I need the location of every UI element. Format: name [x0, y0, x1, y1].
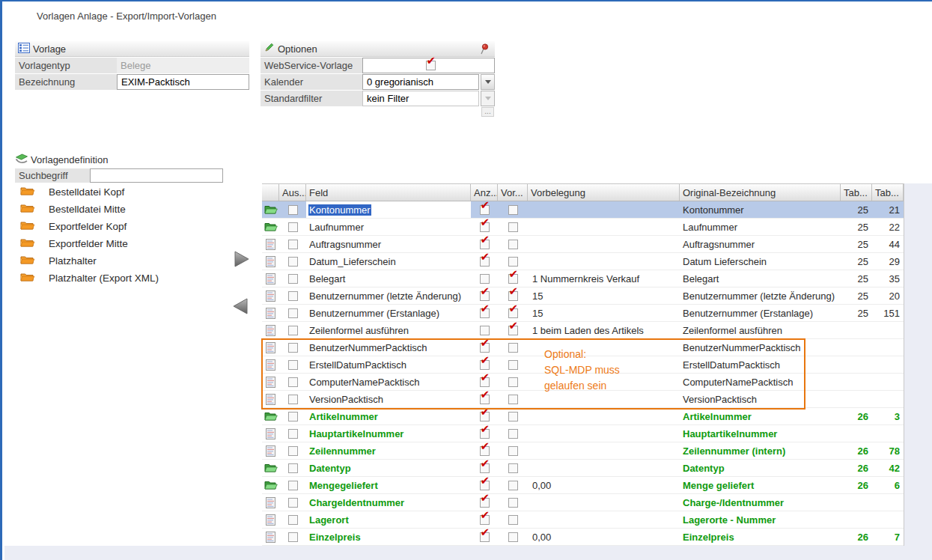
folder-item[interactable]: Bestelldatei Mitte	[15, 201, 223, 218]
folder-item[interactable]: Platzhalter	[15, 252, 223, 270]
table-row[interactable]: Datum_Lieferschein✔Datum Lieferschein252…	[262, 253, 904, 270]
vorbelegung-checkbox[interactable]	[508, 343, 518, 353]
vorbelegung-checkbox[interactable]	[508, 360, 518, 370]
table-row[interactable]: Benutzernummer (Erstanlage)✔✔15Benutzern…	[262, 305, 904, 322]
move-right-button[interactable]	[232, 250, 252, 270]
move-left-button[interactable]	[231, 297, 250, 317]
column-header-feld[interactable]: Feld	[306, 184, 471, 201]
table-row[interactable]: BenutzerNummerPacktisch✔BenutzerNummerPa…	[262, 339, 904, 356]
column-header-tab[interactable]: Tab...	[872, 184, 904, 201]
vorbelegung-checkbox[interactable]: ✔	[508, 274, 518, 284]
vorbelegung-checkbox[interactable]	[508, 205, 518, 215]
table-row[interactable]: Zeilennummer✔Zeilennummer (intern)2678	[262, 442, 904, 460]
table-row[interactable]: ComputerNamePacktisch✔ComputerNamePackti…	[262, 374, 904, 391]
aus-checkbox[interactable]	[288, 377, 298, 387]
vorbelegung-checkbox[interactable]: ✔	[508, 308, 518, 318]
table-row[interactable]: Artikelnummer✔Artikelnummer263	[262, 408, 904, 425]
vorbelegung-checkbox[interactable]	[508, 481, 518, 490]
aus-checkbox[interactable]	[288, 463, 298, 473]
aus-checkbox[interactable]	[288, 446, 298, 456]
vorbelegung-checkbox[interactable]	[508, 395, 518, 404]
table-row[interactable]: VersionPacktisch✔VersionPacktisch	[262, 391, 904, 408]
anzeigen-checkbox[interactable]: ✔	[480, 395, 490, 404]
table-row[interactable]: ErstellDatumPacktisch✔ErstellDatumPackti…	[262, 356, 904, 374]
aus-checkbox[interactable]	[288, 395, 298, 404]
aus-checkbox[interactable]	[288, 532, 298, 542]
anzeigen-checkbox[interactable]: ✔	[480, 308, 490, 318]
anzeigen-checkbox[interactable]	[480, 326, 490, 335]
aus-checkbox[interactable]	[288, 360, 298, 370]
anzeigen-checkbox[interactable]: ✔	[480, 240, 490, 249]
aus-checkbox[interactable]	[288, 412, 298, 421]
anzeigen-checkbox[interactable]: ✔	[480, 343, 490, 353]
aus-checkbox[interactable]	[288, 343, 298, 353]
anzeigen-checkbox[interactable]	[480, 274, 490, 284]
aus-checkbox[interactable]	[288, 515, 298, 525]
aus-checkbox[interactable]	[288, 274, 298, 284]
table-row[interactable]: Belegart✔1 Nummernkreis VerkaufBelegart2…	[262, 270, 904, 287]
aus-checkbox[interactable]	[288, 257, 298, 267]
kalender-dropdown-button[interactable]	[481, 74, 495, 90]
anzeigen-checkbox[interactable]: ✔	[480, 429, 490, 439]
kalender-select[interactable]: 0 gregorianisch	[362, 74, 479, 90]
anzeigen-checkbox[interactable]: ✔	[480, 532, 490, 542]
folder-item[interactable]: Platzhalter (Export XML)	[15, 270, 223, 287]
column-header-aus[interactable]: Aus...	[279, 184, 306, 201]
vorbelegung-checkbox[interactable]	[508, 377, 518, 387]
table-row[interactable]: Datentyp✔Datentyp2642	[262, 460, 904, 477]
vorbelegung-checkbox[interactable]	[508, 463, 518, 473]
vorbelegung-checkbox[interactable]: ✔	[508, 326, 518, 335]
table-row[interactable]: Benutzernummer (letzte Änderung)✔✔15Benu…	[262, 287, 904, 305]
anzeigen-checkbox[interactable]: ✔	[480, 446, 490, 456]
vorbelegung-checkbox[interactable]	[508, 412, 518, 421]
webservice-checkbox[interactable]: ✔	[426, 61, 436, 70]
table-row[interactable]: ChargeIdentnummer✔Charge-/Identnummer	[262, 494, 904, 511]
vorbelegung-checkbox[interactable]	[508, 498, 518, 508]
vorbelegung-checkbox[interactable]	[508, 446, 518, 456]
table-row[interactable]: Lagerort✔Lagerorte - Nummer	[262, 511, 904, 529]
vorbelegung-checkbox[interactable]	[508, 515, 518, 525]
aus-checkbox[interactable]	[288, 481, 298, 490]
anzeigen-checkbox[interactable]: ✔	[480, 515, 490, 525]
aus-checkbox[interactable]	[288, 222, 298, 232]
suchbegriff-input[interactable]	[90, 168, 223, 183]
anzeigen-checkbox[interactable]: ✔	[480, 481, 490, 490]
anzeigen-checkbox[interactable]: ✔	[480, 463, 490, 473]
vorbelegung-checkbox[interactable]	[508, 240, 518, 249]
aus-checkbox[interactable]	[288, 326, 298, 335]
aus-checkbox[interactable]	[288, 205, 298, 215]
aus-checkbox[interactable]	[288, 240, 298, 249]
table-row[interactable]: Hauptartikelnummer✔Hauptartikelnummer	[262, 425, 904, 442]
bezeichnung-input[interactable]	[117, 74, 249, 90]
vorbelegung-checkbox[interactable]	[508, 429, 518, 439]
anzeigen-checkbox[interactable]: ✔	[480, 360, 490, 370]
column-header-tab[interactable]: Tab...	[841, 184, 872, 201]
aus-checkbox[interactable]	[288, 308, 298, 318]
pushpin-icon[interactable]	[480, 43, 489, 57]
column-header-originalbezeichnung[interactable]: Original-Bezeichnung	[680, 184, 841, 201]
table-row[interactable]: Einzelpreis✔0,00Einzelpreis267	[262, 529, 904, 546]
vorbelegung-checkbox[interactable]	[508, 257, 518, 267]
anzeigen-checkbox[interactable]: ✔	[480, 412, 490, 421]
feld-edit-input[interactable]: Kontonummer	[306, 201, 471, 218]
vorbelegung-checkbox[interactable]: ✔	[508, 291, 518, 301]
folder-item[interactable]: Exportfelder Kopf	[15, 218, 223, 235]
anzeigen-checkbox[interactable]: ✔	[480, 222, 490, 232]
aus-checkbox[interactable]	[288, 291, 298, 301]
column-header-vorbelegung[interactable]: Vorbelegung	[528, 184, 680, 201]
table-row[interactable]: Auftragsnummer✔Auftragsnummer2544	[262, 236, 904, 253]
folder-item[interactable]: Exportfelder Mitte	[15, 235, 223, 252]
table-row[interactable]: Kontonummer✔Kontonummer2521	[262, 201, 904, 219]
table-row[interactable]: Mengegeliefert✔0,00Menge geliefert266	[262, 477, 904, 494]
anzeigen-checkbox[interactable]: ✔	[480, 291, 490, 301]
vorbelegung-checkbox[interactable]	[508, 532, 518, 542]
aus-checkbox[interactable]	[288, 429, 298, 439]
anzeigen-checkbox[interactable]: ✔	[480, 498, 490, 508]
column-header-anz[interactable]: Anz...	[471, 184, 498, 201]
column-header-vor[interactable]: Vor...	[498, 184, 528, 201]
anzeigen-checkbox[interactable]: ✔	[480, 257, 490, 267]
table-row[interactable]: Laufnummer✔Laufnummer2522	[262, 219, 904, 236]
anzeigen-checkbox[interactable]: ✔	[480, 377, 490, 387]
aus-checkbox[interactable]	[288, 498, 298, 508]
vorbelegung-checkbox[interactable]	[508, 222, 518, 232]
